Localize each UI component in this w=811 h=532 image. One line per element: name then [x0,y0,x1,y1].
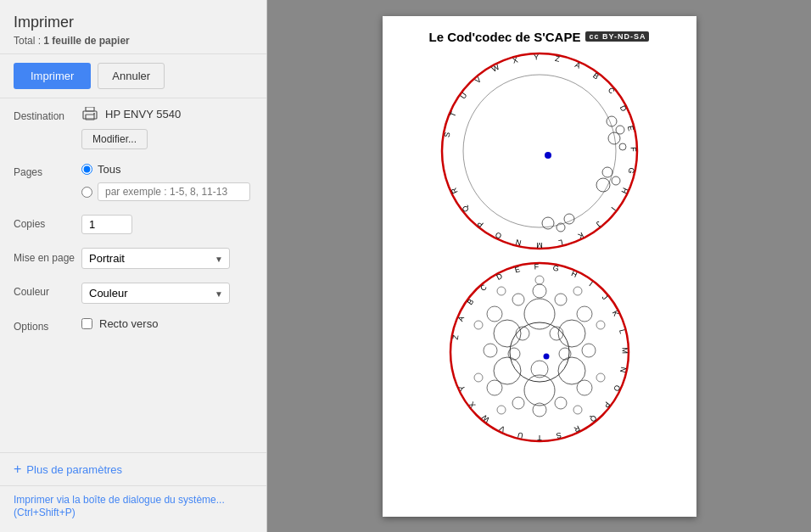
copies-label: Copies [14,215,81,230]
svg-text:C: C [606,86,616,96]
svg-text:D: D [618,104,628,113]
svg-text:U: U [517,430,524,440]
svg-text:H: H [569,269,578,279]
svg-text:I: I [609,205,617,212]
pages-control: Tous [81,163,253,201]
pages-example-input[interactable] [98,182,250,201]
svg-text:E: E [513,265,520,274]
system-dialog-section: Imprimer via la boîte de dialogue du sys… [0,485,266,532]
print-button[interactable]: Imprimer [14,63,91,89]
svg-text:K: K [610,309,620,317]
svg-point-5 [463,75,616,227]
svg-text:X: X [467,400,477,409]
svg-point-87 [484,344,497,357]
svg-point-90 [573,287,582,295]
svg-text:W: W [489,62,501,73]
svg-text:S: S [442,131,451,137]
svg-point-81 [582,344,596,357]
svg-point-93 [573,406,582,414]
panel-header: Imprimer Total : 1 feuille de papier [0,0,266,54]
svg-text:V: V [497,423,506,434]
svg-text:C: C [478,282,489,292]
svg-text:M: M [536,240,543,249]
svg-point-82 [577,380,592,395]
svg-point-4 [442,53,637,249]
layout-row: Mise en page Portrait Paysage ▼ [14,248,253,269]
svg-point-35 [619,143,626,150]
cancel-button[interactable]: Annuler [98,63,165,89]
printer-icon [81,107,98,120]
svg-text:Q: Q [588,413,598,423]
svg-point-92 [596,373,605,382]
pages-all-radio[interactable] [81,164,92,175]
svg-point-83 [555,397,567,409]
svg-point-41 [542,217,554,229]
paper-title: Le Cod'codec de S'CAPE cc BY-ND-SA [429,30,650,44]
pages-custom-option[interactable] [81,182,253,201]
circles-container: S T U V W X Y Z A B C D E F G [438,49,641,507]
svg-text:Q: Q [460,204,470,214]
destination-info: HP ENVY 5540 [81,107,253,120]
svg-text:H: H [619,186,629,194]
svg-text:F: F [629,147,637,152]
system-dialog-link[interactable]: Imprimer via la boîte de dialogue du sys… [14,494,225,518]
svg-point-95 [474,373,483,382]
svg-point-32 [607,116,617,126]
pages-row: Pages Tous [14,163,253,201]
document-title: Le Cod'codec de S'CAPE [429,30,581,44]
plus-icon: + [14,462,21,477]
total-value: 1 feuille de papier [43,35,129,47]
pages-custom-radio[interactable] [81,187,92,198]
svg-point-88 [487,306,502,322]
svg-text:U: U [458,91,468,100]
more-settings-row[interactable]: + Plus de paramètres [0,452,266,485]
recto-verso-label: Recto verso [99,317,158,330]
svg-text:Y: Y [457,384,467,392]
svg-point-84 [533,403,546,417]
modifier-button[interactable]: Modifier... [81,129,148,149]
layout-label: Mise en page [14,248,81,266]
svg-text:Z: Z [554,53,561,63]
svg-text:A: A [456,314,466,322]
total-label: Total : [14,35,43,47]
svg-point-86 [487,380,502,395]
svg-text:B: B [465,297,475,306]
svg-text:Y: Y [533,53,538,61]
print-panel: Imprimer Total : 1 feuille de papier Imp… [0,0,267,532]
svg-point-70 [510,322,569,382]
svg-text:N: N [618,366,627,372]
destination-name: HP ENVY 5540 [105,108,181,120]
pages-label: Pages [14,163,81,178]
svg-point-42 [545,152,551,159]
more-settings-link[interactable]: Plus de paramètres [26,463,122,476]
svg-point-37 [612,176,620,185]
copies-input[interactable] [81,215,132,234]
recto-verso-checkbox[interactable] [81,318,92,329]
svg-text:N: N [514,238,522,247]
panel-total: Total : 1 feuille de papier [14,35,253,47]
svg-point-99 [550,327,563,340]
layout-select[interactable]: Portrait Paysage [81,248,230,269]
svg-text:J: J [600,293,609,301]
options-row: Options Recto verso [14,317,253,333]
svg-text:G: G [626,166,635,174]
layout-select-wrapper: Portrait Paysage ▼ [81,248,230,269]
svg-point-78 [555,294,567,305]
svg-point-89 [535,276,544,284]
system-dialog-line1: Imprimer via la boîte de dialogue du sys… [14,494,225,506]
color-select[interactable]: Couleur Noir et blanc [81,283,230,304]
destination-row: Destination HP ENVY 5540 Modifier... [14,107,253,149]
svg-text:R: R [449,186,459,195]
options-control: Recto verso [81,317,253,330]
svg-point-3 [93,113,95,115]
layout-control: Portrait Paysage ▼ [81,248,253,269]
destination-label: Destination [14,107,81,122]
pages-all-option[interactable]: Tous [81,163,253,176]
pages-all-label: Tous [98,163,120,176]
svg-rect-1 [86,107,94,111]
svg-point-98 [516,327,529,340]
svg-point-77 [533,284,546,298]
svg-text:W: W [479,412,490,423]
svg-text:K: K [576,230,584,240]
color-row: Couleur Couleur Noir et blanc ▼ [14,283,253,304]
